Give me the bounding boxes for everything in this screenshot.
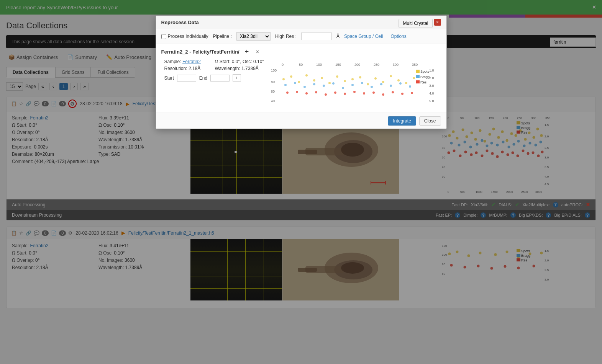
modal-close-button[interactable]: × <box>434 19 441 26</box>
svg-text:40: 40 <box>271 99 275 103</box>
svg-text:100: 100 <box>316 63 322 67</box>
modal-toolbar: Process Individually Pipeline : Xia2 3di… <box>156 29 446 44</box>
svg-point-41 <box>342 87 344 89</box>
svg-point-48 <box>409 85 411 88</box>
svg-point-25 <box>344 80 346 82</box>
svg-point-44 <box>371 86 373 88</box>
modal-title: Reprocess Data <box>161 20 199 25</box>
svg-point-35 <box>284 84 287 86</box>
svg-point-22 <box>321 77 323 79</box>
svg-point-40 <box>332 82 335 85</box>
svg-point-29 <box>374 77 377 80</box>
svg-point-53 <box>325 93 327 96</box>
svg-point-30 <box>382 81 384 83</box>
svg-point-58 <box>372 91 375 94</box>
modal-omega-value: 0.0°, Osc: 0.10° <box>232 59 264 64</box>
modal-scatter-chart: 0 50 100 150 200 250 300 350 100 80 60 4… <box>269 59 441 109</box>
svg-text:3.0: 3.0 <box>429 84 434 88</box>
svg-text:300: 300 <box>393 63 399 67</box>
modal-chart-area: Sample: Ferratin2 Ω Start: 0.0°, Osc: 0.… <box>161 59 441 109</box>
svg-point-51 <box>305 92 308 95</box>
svg-text:150: 150 <box>335 63 341 67</box>
svg-text:1.0: 1.0 <box>429 69 434 72</box>
modal-resolution-label: Resolution: <box>164 66 187 71</box>
svg-point-45 <box>380 83 382 85</box>
modal-overlay[interactable]: Reprocess Data × Multi Crystal Process I… <box>0 0 602 314</box>
modal-end-input[interactable] <box>210 75 230 82</box>
modal-add-range-button[interactable]: + <box>233 74 241 82</box>
svg-point-42 <box>351 84 354 86</box>
angstrom-label: Å <box>336 34 340 39</box>
svg-point-54 <box>334 91 336 94</box>
svg-point-56 <box>353 91 356 93</box>
svg-text:350: 350 <box>412 63 418 67</box>
modal-close-footer-button[interactable]: Close <box>419 116 441 126</box>
modal-plus-button[interactable]: + <box>243 48 251 56</box>
svg-point-21 <box>313 79 315 82</box>
modal-data-info: Sample: Ferratin2 Ω Start: 0.0°, Osc: 0.… <box>161 59 269 109</box>
svg-point-49 <box>286 91 289 94</box>
svg-rect-65 <box>416 75 420 78</box>
process-individually-checkbox[interactable] <box>161 34 166 39</box>
svg-text:200: 200 <box>354 63 360 67</box>
modal-footer: Integrate Close <box>156 113 446 129</box>
modal-resolution-value: 2.18Å <box>189 66 200 71</box>
modal-collection-section: Ferratin2_2 - Felicity/TestFerritin/ + ×… <box>156 44 446 113</box>
svg-point-43 <box>361 82 363 84</box>
svg-rect-63 <box>416 70 420 73</box>
svg-point-33 <box>405 82 407 84</box>
high-res-label: High Res : <box>275 34 297 39</box>
modal-section-title: Ferratin2_2 - Felicity/TestFerritin/ + × <box>161 48 441 56</box>
svg-text:60: 60 <box>271 90 275 93</box>
svg-point-38 <box>313 83 315 85</box>
svg-point-20 <box>305 74 308 77</box>
space-group-link[interactable]: Space Group / Cell <box>344 34 383 39</box>
svg-point-28 <box>367 83 369 85</box>
svg-text:250: 250 <box>374 63 379 67</box>
svg-point-47 <box>399 82 402 85</box>
reprocess-modal: Reprocess Data × Multi Crystal Process I… <box>156 15 447 129</box>
svg-point-24 <box>336 75 338 78</box>
multi-crystal-button[interactable]: Multi Crystal <box>399 19 432 28</box>
process-individually-label[interactable]: Process Individually <box>161 34 208 39</box>
svg-text:5.0: 5.0 <box>429 99 434 103</box>
integrate-button[interactable]: Integrate <box>388 116 416 126</box>
svg-text:100: 100 <box>271 69 277 72</box>
svg-text:4.0: 4.0 <box>429 91 434 95</box>
modal-start-label: Start <box>164 75 174 81</box>
svg-point-39 <box>323 85 325 87</box>
svg-point-60 <box>392 91 394 93</box>
svg-point-34 <box>413 77 415 79</box>
svg-point-50 <box>296 91 298 93</box>
svg-point-37 <box>303 86 306 88</box>
svg-point-26 <box>351 78 354 80</box>
modal-start-input[interactable] <box>177 75 196 82</box>
svg-text:50: 50 <box>299 63 303 67</box>
svg-point-52 <box>315 91 317 93</box>
modal-sample-label: Sample: <box>164 59 181 64</box>
svg-text:0: 0 <box>282 63 284 67</box>
modal-sample-link[interactable]: Ferratin2 <box>182 59 201 64</box>
modal-end-label: End <box>199 75 207 81</box>
svg-point-18 <box>290 75 292 78</box>
modal-remove-button[interactable]: × <box>254 49 261 55</box>
svg-point-46 <box>390 85 392 87</box>
svg-point-61 <box>401 93 404 95</box>
high-res-input[interactable] <box>301 33 332 40</box>
svg-text:2.0: 2.0 <box>429 76 434 80</box>
modal-wavelength-value: 1.7389Å <box>241 66 259 71</box>
svg-point-32 <box>397 79 400 82</box>
options-link[interactable]: Options <box>390 34 406 39</box>
svg-point-59 <box>382 93 384 96</box>
svg-point-17 <box>282 78 285 80</box>
svg-point-19 <box>298 81 300 83</box>
svg-point-27 <box>359 76 361 78</box>
svg-point-57 <box>363 92 365 95</box>
svg-text:Spots: Spots <box>420 70 430 73</box>
svg-point-62 <box>411 92 413 94</box>
svg-point-55 <box>344 93 346 95</box>
pipeline-select[interactable]: Xia2 3dii Xia2 3d Xia2 dials autoPROC <box>236 32 271 41</box>
svg-text:Res: Res <box>420 80 427 84</box>
svg-point-31 <box>390 75 392 77</box>
svg-point-23 <box>328 82 331 84</box>
